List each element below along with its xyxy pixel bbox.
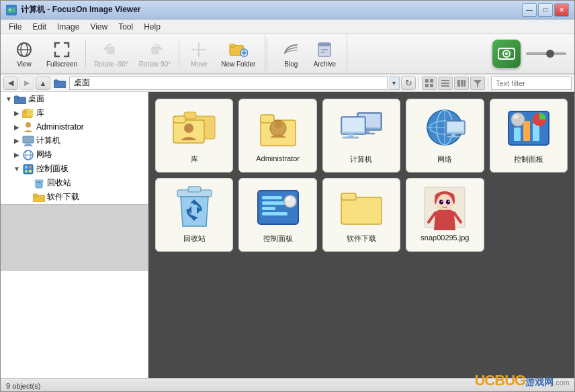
sidebar-item-library[interactable]: ▶ 库 bbox=[1, 106, 148, 120]
computer-icon bbox=[22, 136, 34, 146]
menu-file[interactable]: File bbox=[3, 21, 27, 33]
view-button[interactable]: View bbox=[7, 38, 41, 70]
rotate-neg-label: Rotate -90° bbox=[94, 60, 128, 68]
menu-tool[interactable]: Tool bbox=[113, 21, 138, 33]
archive-button[interactable]: Archive bbox=[308, 38, 341, 70]
svg-point-88 bbox=[511, 113, 525, 126]
blog-label: Blog bbox=[284, 60, 298, 68]
sidebar-root[interactable]: ▼ 桌面 bbox=[1, 92, 148, 106]
cp-toggle[interactable]: ▼ bbox=[11, 164, 22, 175]
svg-rect-52 bbox=[29, 170, 32, 173]
new-folder-button[interactable]: New Folder bbox=[216, 38, 261, 70]
rotate-neg-icon bbox=[101, 40, 120, 59]
svg-rect-91 bbox=[188, 187, 201, 192]
file-item-software[interactable]: 软件下载 bbox=[322, 178, 400, 252]
slider-track[interactable] bbox=[526, 52, 566, 55]
move-button[interactable]: Move bbox=[182, 38, 216, 70]
file-item-controlpanel[interactable]: 控制面板 bbox=[490, 99, 568, 173]
rotate-pos-button[interactable]: Rotate 90° bbox=[134, 38, 176, 70]
slider-area[interactable] bbox=[526, 52, 566, 55]
sidebar-item-controlpanel[interactable]: ▼ 控制面板 bbox=[1, 162, 148, 176]
minimize-button[interactable]: — bbox=[522, 3, 537, 17]
svg-rect-0 bbox=[7, 7, 15, 13]
slider-thumb[interactable] bbox=[546, 50, 554, 58]
svg-point-106 bbox=[448, 201, 449, 202]
svg-rect-26 bbox=[430, 79, 433, 83]
file-item-controlpanel2[interactable]: 控制面板 bbox=[238, 178, 316, 252]
nav-bar: ◀ ▶ ▲ 桌面 ▼ ↻ bbox=[1, 75, 574, 92]
network-file-icon bbox=[421, 105, 468, 152]
blog-button[interactable]: Blog bbox=[274, 38, 308, 70]
sidebar-preview bbox=[1, 204, 148, 271]
close-button[interactable]: ✕ bbox=[554, 3, 569, 17]
file-item-administrator[interactable]: Administrator bbox=[238, 99, 316, 173]
svg-rect-96 bbox=[262, 212, 288, 215]
file-item-network[interactable]: 网络 bbox=[406, 99, 484, 173]
toolbar-separator-3 bbox=[267, 37, 267, 70]
sidebar-item-administrator[interactable]: ▶ Administrator bbox=[1, 120, 148, 134]
library-toggle[interactable]: ▶ bbox=[11, 108, 22, 119]
svg-rect-49 bbox=[25, 166, 28, 168]
file-grid: 库 Administrator bbox=[148, 92, 574, 378]
address-dropdown[interactable]: ▼ bbox=[389, 77, 400, 90]
svg-rect-93 bbox=[262, 196, 282, 199]
new-folder-label: New Folder bbox=[221, 60, 255, 68]
menu-image[interactable]: Image bbox=[52, 21, 85, 33]
svg-rect-95 bbox=[262, 207, 275, 210]
back-button[interactable]: ◀ bbox=[3, 77, 18, 90]
sidebar-item-network[interactable]: ▶ 网络 bbox=[1, 148, 148, 162]
fullscreen-button[interactable]: Fullscreen bbox=[41, 38, 83, 70]
sidebar-library-label: 库 bbox=[36, 107, 44, 119]
svg-point-41 bbox=[26, 122, 31, 128]
root-toggle[interactable]: ▼ bbox=[3, 94, 14, 105]
rotate-neg-button[interactable]: Rotate -90° bbox=[89, 38, 134, 70]
filter-button[interactable] bbox=[470, 77, 485, 90]
menu-view[interactable]: View bbox=[85, 21, 113, 33]
file-item-image[interactable]: snap00295.jpg bbox=[406, 178, 484, 252]
svg-rect-86 bbox=[533, 124, 539, 141]
svg-rect-27 bbox=[425, 84, 429, 87]
menu-help[interactable]: Help bbox=[138, 21, 166, 33]
svg-rect-25 bbox=[425, 79, 429, 83]
file-item-library[interactable]: 库 bbox=[155, 99, 233, 173]
menu-edit[interactable]: Edit bbox=[27, 21, 52, 33]
file-item-computer[interactable]: 计算机 bbox=[322, 99, 400, 173]
grid-view-button[interactable] bbox=[422, 77, 437, 90]
address-bar[interactable]: 桌面 bbox=[69, 77, 388, 90]
svg-marker-10 bbox=[204, 48, 206, 51]
forward-button[interactable]: ▶ bbox=[19, 77, 34, 90]
sidebar-item-recycle[interactable]: ▶ 回收站 bbox=[1, 176, 148, 190]
svg-rect-56 bbox=[33, 194, 38, 197]
toolbar-separator bbox=[85, 40, 86, 67]
svg-rect-100 bbox=[341, 193, 356, 200]
cp-icon bbox=[22, 164, 34, 174]
view-icon bbox=[15, 40, 34, 59]
computer-toggle[interactable]: ▶ bbox=[11, 136, 22, 146]
admin-toggle[interactable]: ▶ bbox=[11, 121, 22, 132]
cp-file-label: 控制面板 bbox=[514, 154, 543, 164]
cp2-file-label: 控制面板 bbox=[263, 234, 293, 244]
file-item-recycle[interactable]: 回收站 bbox=[155, 178, 233, 252]
details-view-button[interactable] bbox=[454, 77, 469, 90]
list-view-button[interactable] bbox=[438, 77, 453, 90]
window-controls: — □ ✕ bbox=[522, 3, 569, 17]
maximize-button[interactable]: □ bbox=[538, 3, 553, 17]
up-button[interactable]: ▲ bbox=[36, 77, 50, 90]
sidebar: ▼ 桌面 ▶ 库 ▶ bbox=[1, 92, 148, 378]
root-folder-icon bbox=[14, 95, 26, 104]
watermark: UCBUG 游戏网 .com bbox=[474, 372, 570, 389]
network-file-label: 网络 bbox=[437, 154, 452, 164]
address-folder-icon bbox=[54, 79, 66, 88]
svg-rect-84 bbox=[514, 128, 521, 141]
svg-rect-28 bbox=[430, 84, 433, 87]
status-text: 9 object(s) bbox=[6, 382, 40, 390]
svg-marker-9 bbox=[191, 48, 194, 51]
sidebar-item-computer[interactable]: ▶ 计算机 bbox=[1, 134, 148, 148]
svg-point-61 bbox=[184, 124, 193, 133]
watermark-suffix: .com bbox=[554, 379, 570, 387]
archive-icon bbox=[315, 40, 334, 59]
network-toggle[interactable]: ▶ bbox=[11, 150, 22, 160]
sidebar-item-software[interactable]: ▶ 软件下载 bbox=[1, 190, 148, 204]
refresh-button[interactable]: ↻ bbox=[401, 77, 416, 90]
text-filter-input[interactable] bbox=[491, 77, 572, 90]
